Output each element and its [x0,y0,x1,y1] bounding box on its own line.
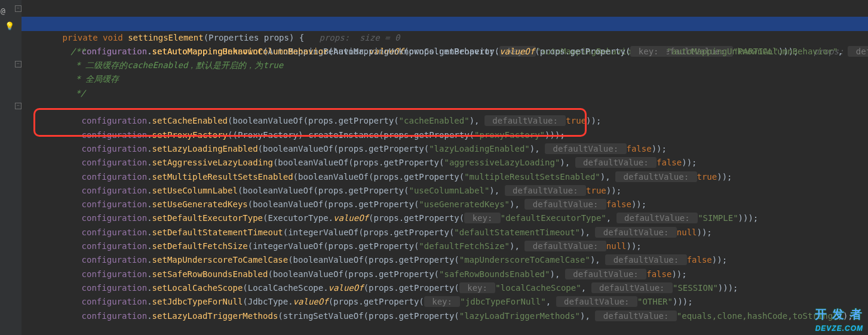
code-line[interactable]: configuration.setLocalCacheScope(LocalCa… [22,268,868,281]
code-line[interactable]: configuration.setMapUnderscoreToCamelCas… [22,239,868,253]
gutter: − − − [0,0,22,335]
fold-icon[interactable]: − [15,61,22,67]
code-line[interactable]: configuration.setAutoMappingUnknownColum… [22,31,868,45]
code-line[interactable]: configuration.setDefaultExecutorType(Exe… [22,198,868,211]
code-line[interactable]: configuration.setLazyLoadingEnabled(bool… [22,128,868,142]
code-line[interactable]: configuration.setLazyLoadTriggerMethods(… [22,295,868,309]
code-line[interactable]: configuration.setUseGeneratedKeys(boolea… [22,184,868,198]
code-line[interactable]: configuration.setDefaultFetchSize(intege… [22,226,868,239]
code-line[interactable]: configuration.setJdbcTypeForNull(JdbcTyp… [22,281,868,295]
fold-icon[interactable]: − [15,103,22,109]
code-line[interactable]: configuration.setUseColumnLabel(booleanV… [22,170,868,184]
code-line-selected[interactable]: 💡 configuration.setAutoMappingBehavior(A… [22,17,868,30]
code-line[interactable]: configuration.setSafeRowBoundsEnabled(bo… [22,253,868,267]
code-line[interactable]: configuration.setProxyFactory((ProxyFact… [22,114,868,128]
doc-comment[interactable]: * 全局缓存 [22,72,868,86]
doc-comment[interactable]: */ [22,87,868,100]
code-editor[interactable]: − − − @ private void settingsElement(Pro… [0,0,868,335]
doc-comment[interactable]: /** [22,45,868,59]
code-area[interactable]: @ private void settingsElement(Propertie… [22,3,868,309]
code-line[interactable]: configuration.setDefaultStatementTimeout… [22,211,868,225]
code-line[interactable]: configuration.setCacheEnabled(booleanVal… [22,100,868,114]
doc-comment[interactable]: * 二级缓存的cacheEnabled，默认是开启的，为true [22,59,868,72]
code-line[interactable]: configuration.setMultipleResultSetsEnabl… [22,156,868,170]
override-gutter-icon: @ [1,4,5,18]
watermark: 开 发 者 DEVZE.COM [815,308,863,335]
code-line[interactable]: configuration.setAggressiveLazyLoading(b… [22,142,868,156]
fold-icon[interactable]: − [15,5,22,12]
intention-bulb-icon[interactable]: 💡 [5,19,14,33]
code-line[interactable]: @ private void settingsElement(Propertie… [22,3,868,17]
